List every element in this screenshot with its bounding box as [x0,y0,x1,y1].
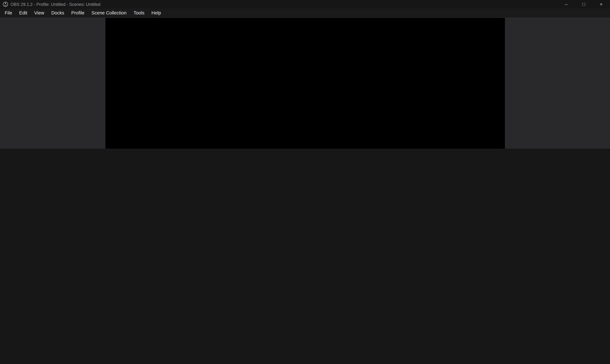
preview-area [0,17,610,149]
window-title: OBS 29.1.2 - Profile: Untitled - Scenes:… [11,2,100,7]
close-icon[interactable]: × [592,0,610,9]
preview-canvas[interactable] [105,18,505,149]
menu-item-tools[interactable]: Tools [130,9,148,17]
minimize-icon[interactable]: – [557,0,575,9]
menu-item-docks[interactable]: Docks [48,9,68,17]
obs-logo-icon [3,1,8,7]
window-controls: – □ × [557,0,610,9]
menu-item-edit[interactable]: Edit [16,9,31,17]
menu-item-view[interactable]: View [31,9,48,17]
menu-item-profile[interactable]: Profile [68,9,88,17]
maximize-icon[interactable]: □ [575,0,592,9]
obs-window: OBS 29.1.2 - Profile: Untitled - Scenes:… [0,0,610,149]
menu-item-scene-collection[interactable]: Scene Collection [88,9,130,17]
menubar: File Edit View Docks Profile Scene Colle… [0,9,610,17]
menu-item-file[interactable]: File [1,9,15,17]
menu-item-help[interactable]: Help [148,9,165,17]
titlebar: OBS 29.1.2 - Profile: Untitled - Scenes:… [0,0,610,9]
